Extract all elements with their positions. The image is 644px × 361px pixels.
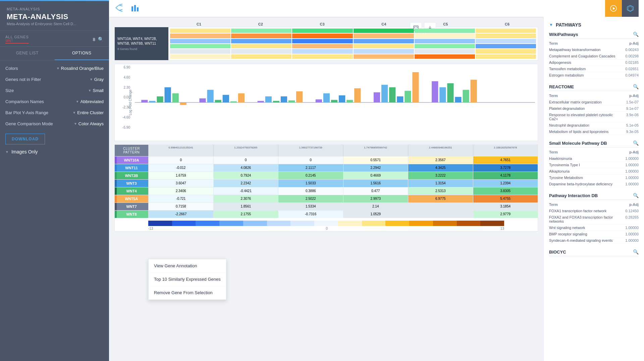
gene-name-cell[interactable]: WNT8 [115,211,148,218]
option-value[interactable]: ▼ Gray [90,77,104,82]
option-arrow: ▼ [76,100,79,103]
pathway-row[interactable]: Metabolism of lipids and lipoproteins9.3… [549,129,639,135]
viz-area: C1 C2 C3 C4 C5 C6 WNT10A, WNT4, WNT2B, W… [109,17,644,361]
cluster-row: WNT33.60472.23421.50331.56161.31541.2394 [115,179,538,187]
svg-rect-49 [455,97,461,102]
option-value[interactable]: ▼ Entire Cluster [72,110,104,115]
pathway-row[interactable]: Adipogenesis0.02185 [549,59,639,66]
pathway-row[interactable]: FOXA1 transcription factor network0.1245… [549,208,639,214]
context-remove-gene[interactable]: Remove Gene From Selection [149,286,226,300]
pathway-search-icon[interactable]: 🔍 [633,249,639,255]
pathway-padj: 0.00243 [620,48,639,52]
app-title: META-ANALYSIS [7,12,102,21]
colorbar-min: -13 [148,227,153,230]
hex-button[interactable] [622,0,639,17]
colorbar-cell [267,221,291,226]
cluster-val-cell: 2.1755 [213,211,278,218]
pathway-row[interactable]: Tyrosinemia Type I1.00000 [549,162,639,168]
pathway-row[interactable]: Platelet degranulation9.1e-07 [549,105,639,112]
gene-name-cell[interactable]: WNT4 [115,187,148,195]
option-value[interactable]: ▼ Abbreviated [76,99,104,104]
pathway-row[interactable]: Hawkinsinuria1.00000 [549,155,639,162]
pathway-row[interactable]: Syndecan-4-mediated signaling events1.00… [549,237,639,244]
option-value[interactable]: ▼ Color Always [74,121,104,126]
svg-rect-34 [316,99,322,102]
option-value[interactable]: ▼ Small [88,88,104,93]
nav-icon-chart[interactable] [130,3,140,14]
images-only-arrow[interactable]: ▼ [5,150,9,154]
context-top10[interactable]: Top 10 Similarly Expressed Genes [149,273,226,286]
colorbar-max: 13 [500,227,504,230]
yaxis--5.90: -5.90 [122,126,130,129]
gene-name-cell[interactable]: WNT2B [115,172,148,179]
cluster-row: WNT42.3406-0.44210.38860.4772.53133.8305 [115,187,538,195]
pathway-padj: 1.5e-07 [620,100,639,104]
cluster-val-cell: 2.2342 [213,180,278,187]
tab-options[interactable]: OPTIONS [55,47,109,60]
svg-rect-47 [439,87,446,102]
pathway-search-icon[interactable]: 🔍 [633,84,639,89]
pathway-row[interactable]: Dopamine beta-hydroxylase deficiency1.00… [549,181,639,187]
tab-gene-list[interactable]: GENE LIST [0,47,55,60]
svg-rect-19 [172,93,179,102]
gene-name-cell[interactable]: WNT10A [115,156,148,164]
gene-count: 8 [93,37,95,42]
cluster-row: WNT5A-0.7212.30762.50222.99736.97755.475… [115,195,538,202]
heatmap-cell [231,29,291,33]
gene-name-cell[interactable]: WNT11 [115,164,148,172]
cluster-val-cell: 2.5022 [278,195,343,202]
svg-rect-23 [207,90,214,102]
collapse-arrow[interactable]: ▼ [549,22,553,27]
pathway-term: BMP receptor signaling [549,232,618,236]
svg-rect-39 [354,88,361,102]
pathway-search-icon[interactable]: 🔍 [633,193,639,198]
pathway-row[interactable]: Extracellular matrix organization1.5e-07 [549,99,639,105]
pathway-padj: 0.02651 [620,67,639,71]
svg-rect-25 [223,95,229,102]
option-label: Colors [5,66,18,71]
pathway-row[interactable]: Wnt signaling network1.00000 [549,225,639,231]
gene-name-cell[interactable]: WNT3 [115,180,148,187]
colorbar-mid: 0 [326,227,328,230]
images-only-row: ▼ Images Only [5,149,104,154]
cluster-val-cell: 0 [148,156,213,164]
col-headers: C1 C2 C3 C4 C5 C6 [114,22,538,26]
pathway-row[interactable]: Neutrophil degranulation5.1e-05 [549,122,639,129]
play-button[interactable] [605,0,622,17]
option-row-genes-not-in-filter: Genes not in Filter ▼ Gray [5,77,104,82]
search-icon[interactable]: 🔍 [98,37,104,42]
heatmap-cell [476,44,536,48]
bar-chart-wrapper: 6.90 4.60 2.30 0.00 -2.30 -4.60 -5.90 Lo… [114,64,538,141]
pathway-section-title: Pathway Interaction DB [549,193,598,198]
pathway-row[interactable]: Response to elevated platelet cytosolic … [549,112,639,122]
pathway-row[interactable]: Tyrosine Metabolism1.00000 [549,175,639,181]
heatmap-cell [231,39,291,43]
heatmap-gene-names: WNT10A, WNT4, WNT2B, WNT5B, WNT8B, WNT11 [117,37,166,46]
pathway-row[interactable]: Complement and Coagulation Cascades0.002… [549,53,639,59]
pathway-row[interactable]: FOXA2 and FOXA3 transcription factor net… [549,214,639,225]
pathway-search-icon[interactable]: 🔍 [633,140,639,146]
pathway-search-icon[interactable]: 🔍 [633,32,639,37]
pathway-term: Response to elevated platelet cytosolic … [549,113,618,121]
context-view-annotation[interactable]: View Gene Annotation [149,259,226,273]
pathway-row[interactable]: Estrogen metabolism0.04974 [549,72,639,79]
option-value[interactable]: ▼ Rosalind Orange/Blue [56,66,104,71]
pathway-row[interactable]: BMP receptor signaling1.00000 [549,231,639,237]
top-nav [109,0,644,17]
download-button[interactable]: DOWNLOAD [5,134,45,144]
nav-icon-tree[interactable] [114,3,124,14]
pathway-padj: 0.28265 [620,215,639,223]
heatmap-cell [231,54,291,59]
cluster-val-cell: 2.14 [343,203,408,210]
pathway-row[interactable]: Metapathway biotransformation0.00243 [549,47,639,53]
sidebar: META-ANALYSIS META-ANALYSIS Meta-Analysi… [0,0,109,361]
cluster-col-header: 2.44660948196251 [408,145,473,156]
gene-name-cell[interactable]: WNT5A [115,195,148,202]
heatmap-cell [476,39,536,43]
pathway-section-biocyc: BIOCYC 🔍 [549,249,639,256]
pathway-row[interactable]: Alkaptonuria1.00000 [549,168,639,175]
gene-name-cell[interactable]: WNT7 [115,203,148,210]
cluster-val-cell: 0 [278,156,343,164]
option-row-colors: Colors ▼ Rosalind Orange/Blue [5,66,104,71]
pathway-row[interactable]: Tamoxifen metabolism0.02651 [549,66,639,72]
